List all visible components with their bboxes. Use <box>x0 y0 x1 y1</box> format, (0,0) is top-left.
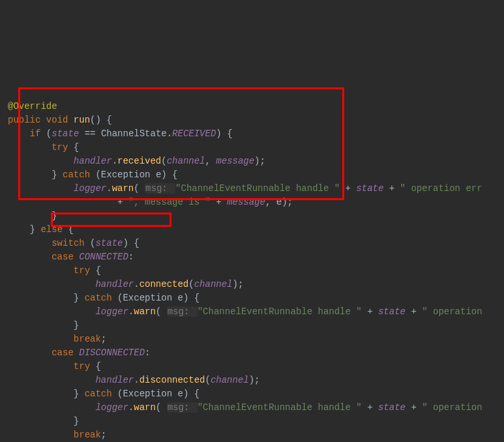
str-op: " operation <box>422 306 482 317</box>
dot: . <box>112 156 117 166</box>
paren: ( <box>134 183 145 194</box>
end: ); <box>249 375 260 385</box>
call-disconnected: disconnected <box>140 375 205 385</box>
annotation-override: @Override <box>8 101 57 111</box>
kw-catch: catch <box>85 389 112 399</box>
brace: } <box>74 416 79 426</box>
arg-message: message <box>216 156 254 166</box>
str-handle: "ChannelEventRunnable handle " <box>198 402 362 413</box>
type-exception: Exception <box>101 169 151 180</box>
method-run: run <box>74 115 90 125</box>
brace: { <box>95 265 100 276</box>
brace: } <box>30 224 41 235</box>
dot: . <box>134 279 139 289</box>
plus: + <box>216 197 221 207</box>
kw-try: try <box>74 361 90 372</box>
field-logger: logger <box>95 402 128 413</box>
kw-try: try <box>52 142 68 153</box>
paren-open: ( <box>46 128 52 139</box>
paren: ( <box>95 169 100 180</box>
kw-if: if <box>30 128 41 139</box>
param-hint-msg: msg: <box>167 306 190 317</box>
paren: ) { <box>123 238 139 248</box>
kw-void: void <box>46 115 68 125</box>
arg-channel: channel <box>167 156 205 166</box>
plus: + <box>346 183 351 194</box>
str-msg-is: ", message is " <box>128 197 211 207</box>
field-state: state <box>378 402 406 413</box>
enum-disconnected: DISCONNECTED <box>79 347 145 358</box>
str-op: " operation <box>422 402 482 413</box>
comma: , <box>265 197 276 207</box>
code-viewer[interactable]: @Override public void run() { if (state … <box>8 59 504 442</box>
param-hint-msg: msg: <box>167 402 190 413</box>
plus: + <box>411 402 416 413</box>
call-received: received <box>117 156 161 166</box>
str-handle: "ChannelEventRunnable handle " <box>175 183 340 194</box>
args: ( <box>161 156 166 166</box>
kw-break: break <box>74 334 101 344</box>
param-hint-msg: msg: <box>145 183 168 194</box>
field-state: state <box>95 238 123 248</box>
paren: ) { <box>161 169 177 180</box>
brace: { <box>74 142 79 153</box>
plus: + <box>117 197 123 207</box>
paren: ) { <box>183 293 200 303</box>
brace: } <box>52 211 57 221</box>
kw-public: public <box>8 115 40 125</box>
kw-switch: switch <box>52 238 84 248</box>
colon: : <box>128 252 134 262</box>
field-logger: logger <box>74 183 106 194</box>
field-state: state <box>356 183 383 194</box>
paren: ) { <box>183 389 200 399</box>
end: ); <box>254 156 265 166</box>
parens: () { <box>90 115 112 125</box>
plus: + <box>389 183 394 194</box>
kw-case: case <box>52 347 74 358</box>
type-exception: Exception <box>123 389 172 399</box>
class-channelstate: ChannelState <box>101 128 167 139</box>
field-handler: handler <box>95 375 134 385</box>
arg-channel: channel <box>211 375 249 385</box>
dot: . <box>128 306 134 317</box>
param-hint-space <box>168 183 175 194</box>
var-e: e <box>178 389 183 399</box>
str-handle: "ChannelEventRunnable handle " <box>198 306 362 317</box>
var-e: e <box>178 293 183 303</box>
end: ); <box>232 279 243 289</box>
brace: } <box>52 169 63 180</box>
args: ( <box>188 279 194 289</box>
kw-catch: catch <box>85 293 112 303</box>
field-handler: handler <box>74 156 112 166</box>
colon: : <box>145 347 150 358</box>
enum-connected: CONNECTED <box>79 252 128 262</box>
var-e: e <box>276 197 282 207</box>
paren: ( <box>156 306 167 317</box>
end: ); <box>282 197 293 207</box>
plus: + <box>411 306 416 317</box>
brace: } <box>74 389 85 399</box>
type-exception: Exception <box>123 293 172 303</box>
dot: . <box>106 183 111 194</box>
paren-close: ) { <box>216 128 232 139</box>
call-warn: warn <box>134 402 156 413</box>
call-warn: warn <box>134 306 156 317</box>
plus: + <box>367 402 372 413</box>
field-handler: handler <box>95 279 134 289</box>
comma: , <box>205 156 216 166</box>
dot: . <box>167 128 172 139</box>
kw-break: break <box>74 430 101 440</box>
kw-else: else <box>40 224 63 235</box>
str-op-err: " operation err <box>400 183 482 194</box>
kw-case: case <box>52 252 74 262</box>
kw-try: try <box>74 265 90 276</box>
field-state: state <box>378 306 406 317</box>
param-hint-space <box>190 402 197 413</box>
dot: . <box>128 402 134 413</box>
call-warn: warn <box>112 183 134 194</box>
brace: } <box>74 293 85 303</box>
field-logger: logger <box>95 306 128 317</box>
op-eq: == <box>85 128 96 139</box>
brace: { <box>95 361 100 372</box>
plus: + <box>367 306 372 317</box>
